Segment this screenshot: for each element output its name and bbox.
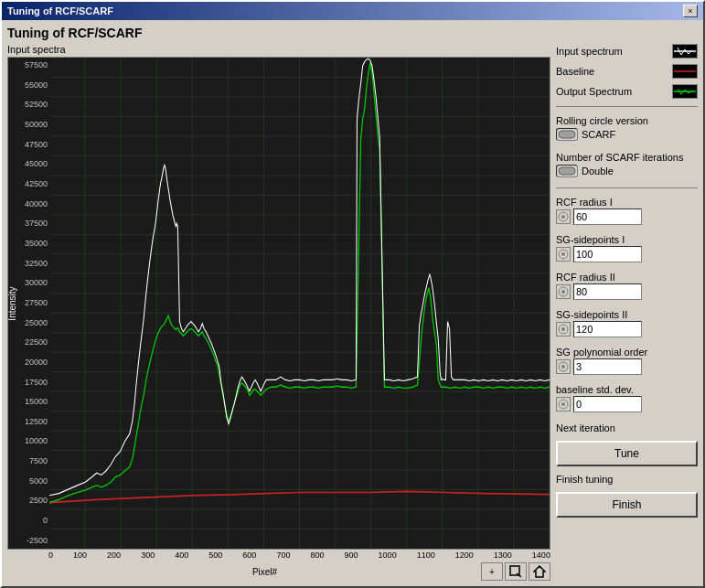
scarf-iterations-label: Number of SCARF iterations [556,152,683,163]
main-window: Tuning of RCF/SCARF × Tuning of RCF/SCAR… [0,0,705,588]
y-tick: 37500 [8,219,48,228]
baseline-std-input[interactable] [573,396,642,412]
y-tick: 12500 [8,418,48,426]
sg-poly-order-input[interactable] [573,358,642,375]
x-tick: 400 [175,551,188,560]
scarf-iterations-toggle-row: Double [556,165,698,177]
legend-baseline-row: Baseline [556,64,698,79]
chart-svg [49,58,550,549]
chart-label-top: Input spectra [7,44,550,55]
svg-point-60 [561,290,565,294]
y-axis-label: Intensity [7,286,17,320]
right-panel: Input spectrum Baseline Output Spectrum [556,44,698,581]
svg-marker-41 [534,566,545,577]
y-tick: 17500 [8,379,48,387]
y-tick: -2500 [8,537,48,545]
y-tick: 0 [8,517,48,525]
rcf-radius-ii-spinner[interactable] [556,284,571,299]
sg-sidepoints-ii-label: SG-sidepoints II [556,309,698,320]
window-title: Tuning of RCF/SCARF [7,5,113,16]
y-tick: 32500 [8,260,48,268]
rolling-circle-toggle-icon[interactable] [556,128,578,141]
zoom-plus-button[interactable]: + [481,562,503,581]
scarf-iterations-value: Double [582,166,614,176]
x-tick: 100 [73,551,87,560]
legend-input-spectrum-row: Input spectrum [556,44,698,59]
y-tick: 10000 [8,437,48,445]
rcf-radius-ii-label: RCF radius II [556,272,698,283]
baseline-std-row: baseline std. dev. [556,384,698,412]
sg-poly-order-input-row [556,358,698,375]
page-title: Tuning of RCF/SCARF [7,26,698,40]
rcf-radius-i-input[interactable] [573,208,642,225]
y-tick: 50000 [8,121,48,129]
svg-point-58 [561,252,565,256]
finish-tuning-label: Finish tuning [556,474,698,485]
rcf-radius-ii-input[interactable] [573,283,642,300]
svg-point-56 [561,215,565,219]
close-button[interactable]: × [683,5,698,17]
x-tick: 200 [107,551,121,560]
rolling-circle-row: Rolling circle version SCARF [556,115,698,143]
window-content: Tuning of RCF/SCARF Input spectra Intens… [2,20,703,586]
chart-tools: + [481,562,550,581]
rcf-radius-i-label: RCF radius I [556,197,698,208]
divider2 [556,187,698,188]
sg-sidepoints-ii-input-row [556,321,698,337]
legend-baseline-label: Baseline [556,66,594,77]
rcf-radius-i-input-row [556,208,698,225]
y-tick: 5000 [8,477,48,486]
baseline-std-spinner[interactable] [556,397,571,412]
x-tick: 0 [48,551,53,560]
x-tick: 900 [345,551,358,560]
x-tick: 1000 [379,551,397,560]
legend-output-spectrum-row: Output Spectrum [556,84,698,99]
rolling-circle-toggle-row: SCARF [556,128,698,141]
finish-button[interactable]: Finish [556,492,698,518]
rcf-radius-ii-input-row [556,283,698,300]
svg-rect-47 [562,131,571,138]
sg-sidepoints-i-row: SG-sidepoints I [556,234,698,262]
sg-sidepoints-i-input[interactable] [573,246,642,262]
scarf-iterations-toggle-icon[interactable] [556,165,578,177]
y-tick: 15000 [8,398,48,406]
legend-input-spectrum-icon [672,44,698,59]
title-bar-controls: × [683,5,698,17]
sg-poly-order-spinner[interactable] [556,359,571,374]
chart-bottom: Pixel# + [7,562,550,581]
zoom-home-button[interactable] [529,562,550,581]
x-tick: 700 [276,551,290,560]
svg-point-66 [561,402,565,406]
zoom-home-icon [533,565,546,578]
svg-rect-52 [562,167,571,175]
x-tick: 1200 [455,551,474,560]
sg-poly-order-label: SG polynomial order [556,347,698,358]
scarf-iterations-row: Number of SCARF iterations Double [556,152,698,179]
rcf-radius-i-spinner[interactable] [556,209,571,224]
sg-poly-order-row: SG polynomial order [556,347,698,375]
y-axis: Intensity 57500 55000 52500 50000 47500 … [8,58,49,549]
rolling-circle-label: Rolling circle version [556,115,648,126]
baseline-std-label: baseline std. dev. [556,384,698,395]
zoom-box-icon [509,565,522,578]
sg-sidepoints-ii-input[interactable] [573,321,642,337]
next-iteration-label: Next iteration [556,422,698,433]
chart-inner [49,58,550,549]
y-tick: 42500 [8,180,48,188]
y-tick: 7500 [8,457,48,465]
main-area: Input spectra Intensity 57500 55000 5250… [7,44,698,581]
sg-sidepoints-ii-spinner[interactable] [556,322,571,337]
sg-sidepoints-i-input-row [556,246,698,262]
x-tick: 1300 [494,551,512,560]
tune-button[interactable]: Tune [556,441,698,466]
sg-sidepoints-i-spinner[interactable] [556,247,571,262]
x-tick: 500 [208,551,222,560]
y-tick: 57500 [8,61,48,69]
x-axis-label: Pixel# [48,567,481,577]
chart-container: Intensity 57500 55000 52500 50000 47500 … [7,57,550,550]
sg-sidepoints-ii-row: SG-sidepoints II [556,309,698,337]
rolling-circle-value: SCARF [582,129,615,140]
zoom-box-button[interactable] [505,562,527,581]
y-tick: 2500 [8,497,48,505]
y-tick: 20000 [8,358,48,367]
